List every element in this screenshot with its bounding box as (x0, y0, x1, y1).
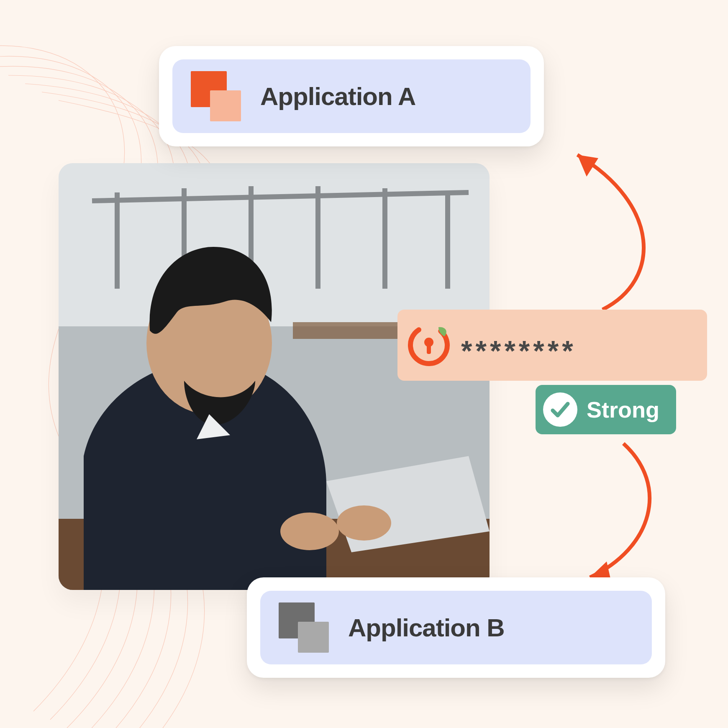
svg-point-15 (337, 505, 391, 541)
password-strength-label: Strong (587, 397, 659, 423)
app-b-icon (279, 602, 329, 653)
arrow-to-app-a (536, 138, 669, 314)
password-strength-badge: Strong (536, 385, 676, 434)
app-a-label: Application A (260, 82, 415, 111)
arrow-to-app-b (544, 439, 678, 590)
password-mask: ******** (461, 326, 577, 365)
svg-rect-0 (59, 163, 490, 326)
svg-rect-19 (427, 345, 431, 354)
check-icon (543, 392, 577, 427)
application-card-a: Application A (159, 46, 544, 146)
password-field: ******** (397, 310, 707, 381)
svg-point-14 (280, 513, 339, 550)
password-manager-icon (406, 322, 452, 368)
app-a-icon (191, 71, 241, 121)
application-card-b: Application B (247, 577, 665, 678)
app-b-label: Application B (348, 613, 505, 642)
